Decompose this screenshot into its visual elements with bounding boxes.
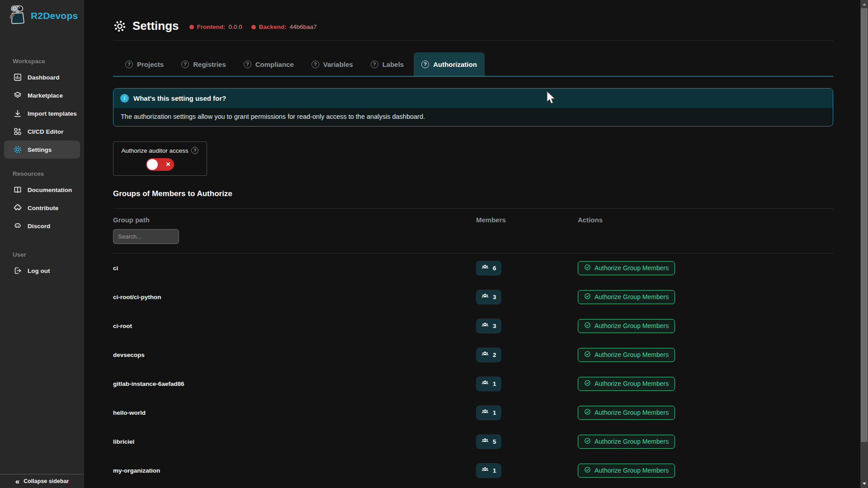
sidebar-item-contribute[interactable]: Contribute bbox=[4, 199, 80, 217]
sidebar-item-log-out[interactable]: Log out bbox=[4, 262, 80, 280]
check-circle-icon bbox=[584, 351, 591, 359]
sidebar-item-discord[interactable]: Discord bbox=[4, 217, 80, 235]
members-count-badge: 1 bbox=[476, 463, 501, 478]
settings-icon bbox=[13, 145, 22, 154]
puzzle-icon bbox=[13, 203, 22, 212]
help-circle-icon: ? bbox=[125, 61, 133, 68]
group-search-input[interactable] bbox=[113, 229, 179, 244]
info-box: i What's this setting used for? The auth… bbox=[113, 88, 833, 127]
group-row: my-organization 1 Authorize Group Member… bbox=[113, 456, 833, 485]
members-count-badge: 6 bbox=[476, 261, 501, 276]
info-box-header: i What's this setting used for? bbox=[113, 89, 833, 108]
logout-icon bbox=[13, 266, 22, 275]
info-box-title: What's this setting used for? bbox=[133, 94, 226, 102]
check-circle-icon bbox=[584, 380, 591, 388]
authorize-group-members-button[interactable]: Authorize Group Members bbox=[578, 377, 675, 391]
group-path: ci-root bbox=[113, 323, 476, 329]
people-icon bbox=[481, 321, 489, 331]
settings-gear-icon bbox=[113, 19, 127, 33]
people-icon bbox=[481, 292, 489, 302]
members-count-badge: 3 bbox=[476, 319, 501, 333]
tab-variables[interactable]: ?Variables bbox=[304, 52, 361, 76]
sidebar-item-settings[interactable]: Settings bbox=[4, 141, 80, 159]
group-row: ci-root 3 Authorize Group Members bbox=[113, 311, 833, 340]
group-row: devsecops 2 Authorize Group Members bbox=[113, 340, 833, 369]
book-icon bbox=[13, 185, 22, 194]
auditor-access-label-row: Authorize auditor access ? bbox=[119, 147, 201, 154]
version-badge: Frontend:0.0.0 bbox=[189, 23, 242, 30]
scrollbar[interactable] bbox=[860, 0, 868, 488]
group-row: libriciel 5 Authorize Group Members bbox=[113, 427, 833, 456]
members-count: 3 bbox=[493, 323, 496, 329]
group-path: my-organization bbox=[113, 467, 476, 474]
check-circle-icon bbox=[584, 293, 591, 301]
info-icon: i bbox=[120, 94, 129, 103]
tab-registries[interactable]: ?Registries bbox=[174, 52, 234, 76]
sidebar-section-title: Workspace bbox=[0, 58, 84, 65]
members-count: 1 bbox=[493, 380, 496, 387]
group-path-column: Group path bbox=[113, 216, 476, 244]
main-content: Settings Frontend:0.0.0Backend:44b6baa7 … bbox=[84, 0, 860, 488]
members-count-badge: 1 bbox=[476, 376, 501, 391]
scroll-up-button[interactable] bbox=[860, 0, 868, 8]
members-count: 1 bbox=[493, 409, 496, 416]
toggle-knob bbox=[147, 159, 158, 170]
groups-table-body: ci 6 Authorize Group Members ci-root/ci-… bbox=[113, 253, 833, 485]
authorize-group-members-button[interactable]: Authorize Group Members bbox=[578, 261, 675, 275]
collapse-sidebar-button[interactable]: « Collapse sidebar bbox=[0, 474, 84, 488]
authorize-group-members-button[interactable]: Authorize Group Members bbox=[578, 435, 675, 449]
check-circle-icon bbox=[584, 264, 591, 272]
page-header: Settings Frontend:0.0.0Backend:44b6baa7 bbox=[113, 0, 833, 41]
marketplace-icon bbox=[13, 91, 22, 100]
scrollbar-thumb[interactable] bbox=[861, 8, 868, 442]
people-icon bbox=[481, 408, 489, 418]
members-count: 2 bbox=[493, 352, 496, 358]
help-circle-icon: ? bbox=[191, 147, 198, 154]
members-count: 5 bbox=[493, 438, 496, 445]
column-header-members: Members bbox=[476, 216, 578, 224]
members-count: 6 bbox=[493, 265, 496, 272]
help-circle-icon: ? bbox=[311, 61, 319, 68]
collapse-label: Collapse sidebar bbox=[24, 478, 69, 484]
sidebar: R2Devops WorkspaceDashboardMarketplaceIm… bbox=[0, 0, 84, 488]
page-title: Settings bbox=[132, 19, 179, 33]
sidebar-item-import-templates[interactable]: Import templates bbox=[4, 104, 80, 122]
check-circle-icon bbox=[584, 408, 591, 417]
group-path: devsecops bbox=[113, 352, 476, 358]
sidebar-item-ci-cd-editor[interactable]: CI/CD Editor bbox=[4, 122, 80, 141]
authorize-group-members-button[interactable]: Authorize Group Members bbox=[578, 319, 675, 333]
auditor-access-toggle[interactable]: × bbox=[146, 158, 174, 171]
authorize-group-members-button[interactable]: Authorize Group Members bbox=[578, 348, 675, 362]
scroll-down-button[interactable] bbox=[860, 480, 868, 488]
members-count: 3 bbox=[493, 294, 496, 300]
status-dot-icon bbox=[189, 25, 194, 29]
tab-labels[interactable]: ?Labels bbox=[363, 52, 412, 76]
members-count-badge: 3 bbox=[476, 290, 501, 305]
authorize-group-members-button[interactable]: Authorize Group Members bbox=[578, 464, 675, 478]
group-row: hello-world 1 Authorize Group Members bbox=[113, 398, 833, 427]
check-circle-icon bbox=[584, 437, 591, 446]
people-icon bbox=[481, 379, 489, 389]
check-circle-icon bbox=[584, 322, 591, 330]
people-icon bbox=[481, 263, 489, 273]
authorize-group-members-button[interactable]: Authorize Group Members bbox=[578, 290, 675, 304]
members-count-badge: 1 bbox=[476, 405, 501, 420]
group-path: ci bbox=[113, 265, 476, 272]
sidebar-section-title: Resources bbox=[0, 170, 84, 177]
tab-compliance[interactable]: ?Compliance bbox=[236, 52, 302, 76]
tab-authorization[interactable]: ?Authorization bbox=[414, 52, 485, 76]
tab-projects[interactable]: ?Projects bbox=[118, 52, 171, 76]
column-header-actions: Actions bbox=[578, 216, 833, 224]
discord-icon bbox=[13, 221, 22, 230]
brand-logo[interactable]: R2Devops bbox=[0, 0, 84, 27]
sidebar-item-dashboard[interactable]: Dashboard bbox=[4, 68, 80, 86]
authorize-group-members-button[interactable]: Authorize Group Members bbox=[578, 406, 675, 420]
sidebar-item-documentation[interactable]: Documentation bbox=[4, 181, 80, 199]
people-icon bbox=[481, 350, 489, 360]
people-icon bbox=[481, 436, 489, 446]
sidebar-item-marketplace[interactable]: Marketplace bbox=[4, 86, 80, 104]
status-dot-icon bbox=[251, 25, 256, 29]
arrow-down-icon bbox=[863, 483, 866, 485]
sidebar-nav: WorkspaceDashboardMarketplaceImport temp… bbox=[0, 58, 84, 280]
app-window: { "window": { "width": 1920, "height": 1… bbox=[0, 0, 868, 488]
